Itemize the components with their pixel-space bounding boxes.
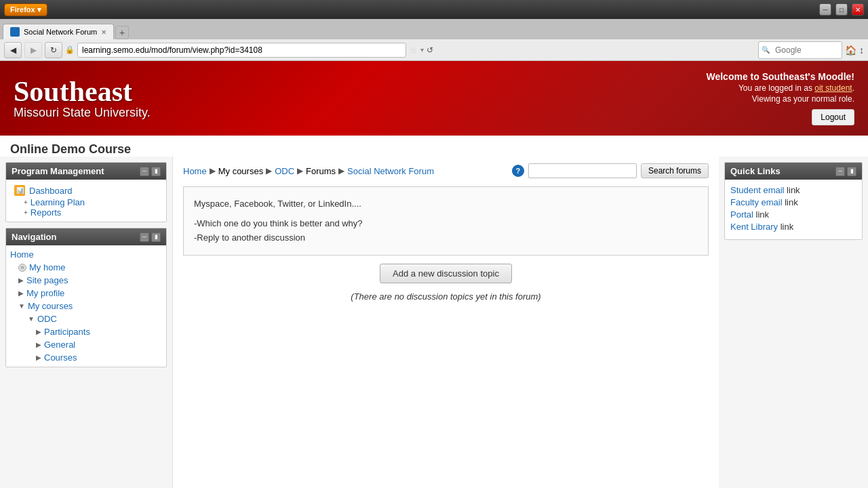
program-management-content: 📊 Dashboard + Learning Plan + Reports [6, 180, 166, 222]
my-profile-link[interactable]: My profile [26, 288, 64, 298]
block-config-icon[interactable]: ▮ [151, 167, 161, 176]
general-link[interactable]: General [44, 340, 75, 350]
username-link[interactable]: oit student [814, 83, 852, 93]
tab-favicon [10, 27, 20, 37]
refresh-icon[interactable]: ↺ [427, 45, 433, 55]
browser-chrome: Firefox ▾ ─ □ ✕ Social Network Forum ✕ +… [0, 0, 868, 61]
courses-link[interactable]: Courses [44, 352, 77, 363]
navigation-content: Home ○ My home ▶ Site pages ▶ My profile [6, 245, 166, 367]
university-subtitle: Missouri State University. [14, 106, 151, 120]
breadcrumb-sep-3: ▶ [297, 166, 303, 176]
forum-desc-line3: -Reply to another discussion [194, 231, 698, 245]
nav-config-icon[interactable]: ▮ [151, 232, 161, 242]
portal-item: Portal link [730, 209, 856, 220]
close-button[interactable]: ✕ [852, 3, 864, 16]
breadcrumb-odc[interactable]: ODC [275, 166, 294, 176]
help-icon[interactable]: ? [512, 165, 524, 177]
forward-button[interactable]: ▶ [24, 42, 42, 58]
nav-collapse-icon[interactable]: ─ [140, 232, 149, 242]
breadcrumb-sep-2: ▶ [266, 166, 272, 176]
my-home-link[interactable]: My home [29, 262, 65, 272]
program-management-title: Program Management [12, 166, 104, 176]
learning-plan-item[interactable]: + Learning Plan [12, 197, 161, 207]
main-content: Home ▶ My courses ▶ ODC ▶ Forums ▶ Socia… [173, 157, 719, 488]
learning-plan-label[interactable]: Learning Plan [31, 197, 85, 207]
arrow-right-icon-2: ▶ [18, 289, 24, 297]
bookmark-icon[interactable]: ☆ [409, 45, 418, 56]
add-discussion-button[interactable]: Add a new discussion topic [380, 264, 512, 283]
nav-home[interactable]: Home [6, 248, 166, 261]
url-bar[interactable] [77, 43, 406, 58]
logout-button[interactable]: Logout [812, 109, 854, 125]
browser-search-input[interactable] [771, 43, 839, 58]
maximize-button[interactable]: □ [835, 3, 848, 16]
ql-config-icon[interactable]: ▮ [847, 167, 856, 176]
nav-my-profile[interactable]: ▶ My profile [6, 287, 166, 300]
program-management-block: Program Management ─ ▮ 📊 Dashboard + Lea… [5, 162, 167, 222]
new-tab-button[interactable]: + [115, 26, 129, 39]
quick-links-title: Quick Links [730, 166, 781, 176]
breadcrumb-current[interactable]: Social Network Forum [347, 166, 434, 176]
right-sidebar: Quick Links ─ ▮ Student email link Facul… [719, 157, 868, 488]
active-tab[interactable]: Social Network Forum ✕ [3, 24, 114, 39]
breadcrumb-sep-1: ▶ [210, 166, 216, 176]
search-area: ? Search forums [512, 163, 709, 178]
no-topics-message: (There are no discussion topics yet in t… [183, 291, 709, 302]
site-header: Southeast Missouri State University. Wel… [0, 61, 868, 136]
nav-site-pages[interactable]: ▶ Site pages [6, 274, 166, 287]
odc-link[interactable]: ODC [37, 314, 57, 324]
tab-close-icon[interactable]: ✕ [101, 28, 106, 36]
faculty-email-link[interactable]: Faculty email [730, 197, 783, 207]
forum-desc-line2: -Which one do you think is better and wh… [194, 217, 698, 231]
reload-button[interactable]: ↻ [45, 42, 62, 58]
ql-collapse-icon[interactable]: ─ [835, 167, 845, 176]
search-forums-input[interactable] [528, 163, 637, 178]
reports-label[interactable]: Reports [31, 207, 62, 218]
breadcrumb-home[interactable]: Home [183, 166, 207, 176]
dashboard-icon: 📊 [14, 185, 25, 196]
circle-icon: ○ [18, 264, 26, 272]
arrow-down-icon: ▼ [18, 302, 25, 310]
nav-participants[interactable]: ▶ Participants [6, 325, 166, 338]
home-link[interactable]: Home [10, 249, 34, 260]
home-icon[interactable]: 🏠 [845, 45, 856, 56]
back-button[interactable]: ◀ [4, 42, 22, 58]
dashboard-item[interactable]: 📊 Dashboard [12, 184, 161, 197]
page: Southeast Missouri State University. Wel… [0, 61, 868, 488]
add-topic-area: Add a new discussion topic [183, 264, 709, 283]
site-logo: Southeast Missouri State University. [14, 77, 151, 120]
down-arrow-icon[interactable]: ▾ [420, 46, 424, 54]
left-sidebar: Program Management ─ ▮ 📊 Dashboard + Lea… [0, 157, 173, 488]
firefox-label: Firefox [10, 5, 35, 14]
forum-desc-line1: Myspace, Facebook, Twitter, or LinkedIn.… [194, 197, 698, 211]
minimize-button[interactable]: ─ [819, 3, 831, 16]
extension-icon[interactable]: ↕ [859, 45, 864, 56]
breadcrumb-sep-4: ▶ [338, 166, 344, 176]
portal-link[interactable]: Portal [730, 209, 753, 220]
search-forums-button[interactable]: Search forums [641, 163, 709, 178]
my-courses-link[interactable]: My courses [28, 301, 73, 311]
kent-library-item: Kent Library link [730, 222, 856, 232]
participants-link[interactable]: Participants [44, 327, 90, 337]
nav-block-icons: ─ ▮ [140, 232, 161, 242]
site-pages-link[interactable]: Site pages [26, 275, 68, 285]
program-management-header: Program Management ─ ▮ [6, 163, 166, 180]
nav-my-courses[interactable]: ▼ My courses [6, 300, 166, 312]
nav-odc[interactable]: ▼ ODC [6, 312, 166, 325]
student-email-link[interactable]: Student email [730, 185, 785, 195]
ql-block-icons: ─ ▮ [835, 167, 856, 176]
viewing-role: Viewing as your normal role. [706, 94, 854, 104]
navigation-block: Navigation ─ ▮ Home ○ My home ▶ [5, 228, 167, 367]
firefox-button[interactable]: Firefox ▾ [4, 3, 47, 16]
block-collapse-icon[interactable]: ─ [140, 167, 149, 176]
nav-my-home[interactable]: ○ My home [6, 261, 166, 274]
quick-links-block: Quick Links ─ ▮ Student email link Facul… [724, 162, 863, 240]
nav-general[interactable]: ▶ General [6, 338, 166, 351]
nav-courses[interactable]: ▶ Courses [6, 351, 166, 364]
arrow-right-icon-5: ▶ [36, 354, 41, 361]
dashboard-link[interactable]: Dashboard [29, 186, 73, 196]
reports-item[interactable]: + Reports [12, 207, 161, 218]
welcome-message: Welcome to Southeast's Moodle! [706, 71, 854, 82]
kent-library-link[interactable]: Kent Library [730, 222, 778, 232]
arrow-right-icon-3: ▶ [36, 328, 41, 336]
